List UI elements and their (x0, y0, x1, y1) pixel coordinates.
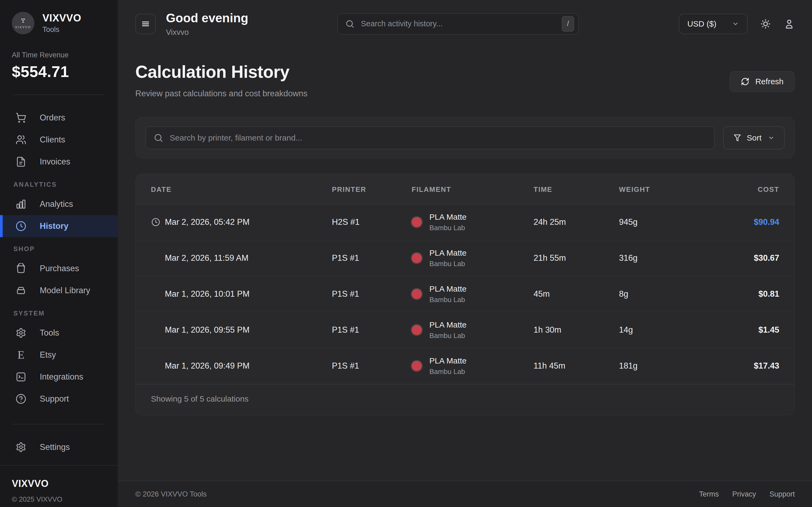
filament-color-dot (412, 325, 422, 335)
sort-label: Sort (747, 133, 762, 143)
activity-search-input[interactable] (337, 13, 579, 35)
row-brand: Bambu Lab (429, 224, 466, 232)
footer-link-terms[interactable]: Terms (699, 490, 719, 498)
sidebar-footer-brand: VIXVVO (12, 478, 106, 489)
row-date: Mar 2, 2026, 05:42 PM (165, 217, 249, 227)
sidebar-item-analytics[interactable]: Analytics (0, 193, 118, 215)
activity-search: / (337, 13, 579, 35)
brand-name: VIXVVO (42, 12, 81, 24)
sidebar-item-settings[interactable]: Settings (0, 436, 118, 458)
table-row[interactable]: Mar 2, 2026, 11:59 AM P1S #1 PLA Matte B… (136, 240, 794, 276)
row-weight: 8g (619, 289, 698, 299)
sidebar-item-invoices[interactable]: Invoices (0, 151, 118, 173)
table-row[interactable]: Mar 1, 2026, 09:49 PM P1S #1 PLA Matte B… (136, 348, 794, 384)
topbar: Good evening Vixvvo / USD ($) (118, 0, 812, 44)
row-printer: H2S #1 (332, 217, 412, 227)
row-date: Mar 1, 2026, 10:01 PM (165, 289, 249, 298)
table-row[interactable]: Mar 2, 2026, 05:42 PM H2S #1 PLA Matte B… (136, 205, 794, 240)
row-brand: Bambu Lab (429, 368, 466, 376)
all-time-revenue: All Time Revenue $554.71 (12, 51, 106, 80)
sidebar-item-etsy[interactable]: E Etsy (0, 344, 118, 366)
bar-chart-icon (15, 199, 26, 210)
row-brand: Bambu Lab (429, 260, 466, 268)
row-brand: Bambu Lab (429, 296, 466, 304)
sidebar-item-clients[interactable]: Clients (0, 129, 118, 151)
clock-icon (151, 217, 161, 227)
profile-button[interactable] (783, 18, 795, 30)
sidebar-item-orders[interactable]: Orders (0, 107, 118, 129)
sort-button[interactable]: Sort (723, 126, 784, 150)
col-printer: PRINTER (332, 185, 412, 194)
sidebar-item-history[interactable]: History (0, 215, 118, 237)
filament-color-dot (412, 289, 422, 299)
table-header-row: DATE PRINTER FILAMENT TIME WEIGHT COST (136, 174, 794, 205)
menu-toggle-button[interactable] (135, 14, 156, 34)
sidebar-item-label: Settings (40, 442, 70, 452)
row-time: 45m (534, 289, 619, 299)
footer-link-support[interactable]: Support (769, 490, 795, 498)
row-cost: $17.43 (698, 361, 779, 371)
refresh-icon (741, 77, 750, 86)
row-cost: $1.45 (698, 325, 779, 335)
sidebar-section-analytics: ANALYTICS (0, 173, 118, 193)
hamburger-icon (141, 19, 150, 29)
etsy-icon: E (15, 349, 26, 360)
sidebar-item-purchases[interactable]: Purchases (0, 258, 118, 280)
row-time: 24h 25m (534, 217, 619, 227)
page-title: Calculation History (135, 62, 307, 82)
col-weight: WEIGHT (619, 185, 698, 194)
gear-icon (15, 328, 26, 338)
chevron-down-icon (768, 135, 774, 141)
gear-icon (15, 442, 26, 453)
help-icon (15, 394, 26, 404)
sidebar-item-model-library[interactable]: Model Library (0, 280, 118, 301)
col-time: TIME (534, 185, 619, 194)
model-box-icon (15, 285, 26, 296)
funnel-icon (733, 134, 742, 142)
sidebar-item-integrations[interactable]: Integrations (0, 366, 118, 388)
currency-select[interactable]: USD ($) (679, 14, 748, 34)
theme-toggle-button[interactable] (760, 18, 771, 30)
search-shortcut-key: / (562, 16, 574, 32)
app-window: VIXVVO VIXVVO Tools All Time Revenue $55… (0, 0, 812, 507)
search-icon (154, 133, 163, 143)
history-table: DATE PRINTER FILAMENT TIME WEIGHT COST M… (135, 174, 795, 415)
row-filament: PLA Matte (429, 320, 466, 329)
row-printer: P1S #1 (332, 289, 412, 299)
sidebar-nav: Orders Clients Invoices ANALYTICS Analyt… (0, 107, 118, 410)
content: Calculation History Review past calculat… (118, 44, 812, 481)
footer-link-privacy[interactable]: Privacy (732, 490, 756, 498)
greeting-title: Good evening (166, 11, 248, 25)
brand-logo-icon: VIXVVO (12, 12, 34, 34)
chevron-down-icon (732, 20, 739, 27)
filament-color-dot (412, 361, 422, 371)
sidebar-item-support[interactable]: Support (0, 388, 118, 410)
row-date: Mar 1, 2026, 09:55 PM (165, 325, 249, 335)
sidebar-item-label: Tools (40, 328, 59, 338)
sidebar-footer-copyright: © 2025 VIXVVO (12, 495, 106, 504)
users-icon (15, 134, 26, 145)
sidebar-item-tools[interactable]: Tools (0, 322, 118, 344)
row-cost: $0.81 (698, 289, 779, 299)
table-row[interactable]: Mar 1, 2026, 09:55 PM P1S #1 PLA Matte B… (136, 312, 794, 348)
brand-subtitle: Tools (42, 25, 81, 34)
filter-card: Sort (135, 117, 795, 159)
sidebar-item-label: Integrations (40, 372, 83, 382)
row-weight: 316g (619, 253, 698, 263)
sidebar-divider (13, 424, 105, 425)
sidebar-item-label: Clients (40, 135, 65, 145)
refresh-button[interactable]: Refresh (729, 71, 795, 92)
filament-color-dot (412, 253, 422, 263)
sidebar-item-label: Invoices (40, 157, 70, 167)
sidebar-item-label: Model Library (40, 286, 90, 295)
brand-logo-text: VIXVVO (15, 25, 31, 29)
row-weight: 181g (619, 361, 698, 371)
table-row[interactable]: Mar 1, 2026, 10:01 PM P1S #1 PLA Matte B… (136, 276, 794, 312)
table-filter-input[interactable] (146, 126, 715, 150)
revenue-label: All Time Revenue (12, 51, 106, 59)
brand: VIXVVO VIXVVO Tools (12, 12, 107, 34)
cart-icon (15, 112, 26, 123)
row-weight: 945g (619, 217, 698, 227)
sidebar-item-label: Purchases (40, 264, 79, 273)
sidebar-item-label: Orders (40, 113, 65, 123)
